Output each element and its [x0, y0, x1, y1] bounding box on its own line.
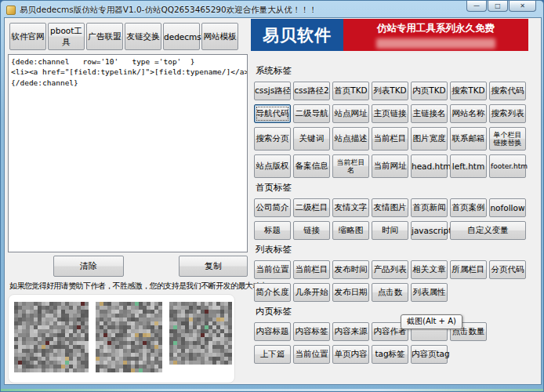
tag-button[interactable]: 当前栏目: [293, 260, 330, 279]
tag-button[interactable]: 内容标题: [254, 322, 291, 341]
qr-image-redacted: [169, 302, 232, 365]
app-icon: [6, 5, 16, 15]
tag-button[interactable]: 当前栏目: [372, 127, 408, 151]
tag-button-row: 内容标题内容标签内容来源内容作者点击数量: [254, 322, 541, 341]
tag-button[interactable]: 列表TKD: [372, 82, 408, 100]
promo-banner: 易贝软件 仿站专用工具系列永久免费: [251, 19, 528, 51]
tag-button[interactable]: 搜索TKD: [450, 82, 487, 100]
tag-button[interactable]: 列表属性: [411, 283, 448, 302]
tag-button[interactable]: 所属栏目: [450, 260, 487, 279]
tag-button[interactable]: 站点描述: [332, 127, 369, 151]
tag-button[interactable]: 友情图片: [372, 198, 408, 217]
tag-button[interactable]: footer.htm: [489, 154, 526, 178]
tag-button[interactable]: 站点网址: [332, 104, 369, 123]
promo-red-area: 仿站专用工具系列永久免费: [343, 19, 528, 51]
tag-button[interactable]: 关键词: [293, 127, 330, 151]
tag-button-row: 导航代码二级导航站点网址主页链接主链接名网站名称搜索列表: [254, 104, 541, 123]
tag-section: 列表标签当前位置当前栏目发布时间产品列表相关文章所属栏目分页代码简介长度几条开始…: [254, 244, 541, 302]
tag-button[interactable]: 产品列表: [372, 260, 408, 279]
window-title: 易贝dedecms版仿站专用器V1.0-仿站QQ2653465290欢迎合作量大…: [20, 5, 317, 16]
tag-button[interactable]: javascript: [411, 221, 448, 240]
tag-button[interactable]: 图片宽度: [411, 127, 448, 151]
section-label: 内页标签: [256, 306, 541, 318]
tag-button[interactable]: 内容标签: [293, 322, 330, 341]
tag-button[interactable]: 当前网址: [372, 154, 408, 178]
tag-button[interactable]: 首页TKD: [332, 82, 369, 100]
tag-button[interactable]: 公司简介: [254, 198, 291, 217]
template-code-input[interactable]: {dede:channel row='10' type ='top' } <li…: [8, 54, 248, 252]
toolbar-button[interactable]: 友链交换: [125, 23, 161, 50]
app-window: 易贝dedecms版仿站专用器V1.0-仿站QQ2653465290欢迎合作量大…: [0, 0, 544, 392]
toolbar-button[interactable]: 网站模板: [201, 23, 238, 50]
tag-button[interactable]: head.htm: [411, 154, 448, 178]
toolbar-button[interactable]: 软件官网: [9, 23, 46, 50]
tag-button-row: 简介长度几条开始发布日期点击数列表属性: [254, 283, 541, 302]
tag-button[interactable]: 搜索列表: [489, 104, 526, 123]
tag-section: 系统标签cssjs路径css路径2首页TKD列表TKD内页TKD搜索TKD搜索代…: [254, 65, 541, 178]
tag-button-row: 上下篇当前位置单页内容tag标签内容页tag: [254, 345, 541, 364]
tag-button[interactable]: 当前位置: [254, 260, 291, 279]
tag-button[interactable]: 缩略图: [332, 221, 369, 240]
toolbar-button[interactable]: dedecmsV6: [163, 23, 200, 50]
close-button[interactable]: ✕: [509, 1, 536, 12]
toolbar-button[interactable]: 广告联盟: [86, 23, 123, 50]
tag-button[interactable]: 分页代码: [489, 260, 526, 279]
tag-button[interactable]: tag标签: [372, 345, 408, 364]
tag-button[interactable]: 二级栏目: [293, 198, 330, 217]
qr-image-redacted: [14, 302, 89, 372]
tag-button[interactable]: 站点版权: [254, 154, 291, 178]
tag-button[interactable]: 时间: [372, 221, 408, 240]
toolbar-button[interactable]: pboot工具: [48, 23, 85, 50]
tag-button[interactable]: 单页内容: [332, 345, 369, 364]
tag-button-row: 搜索分页关键词站点描述当前栏目图片宽度联系邮箱单个栏目链接替换: [254, 127, 541, 151]
tag-button-row: 站点版权备案信息当前栏目名当前网址head.htmleft.htmfooter.…: [254, 154, 541, 178]
tag-button[interactable]: 自定义变量: [450, 221, 526, 240]
tag-button[interactable]: 二级导航: [293, 104, 330, 123]
tag-button[interactable]: 相关文章: [411, 260, 448, 279]
tag-button[interactable]: 几条开始: [293, 283, 330, 302]
tag-button[interactable]: nofollow: [489, 198, 526, 217]
donation-qr-panel: [8, 294, 235, 383]
tag-button[interactable]: 发布时间: [332, 260, 369, 279]
tag-button[interactable]: 首页新闻: [411, 198, 448, 217]
tag-button[interactable]: 单个栏目链接替换: [489, 127, 526, 151]
tag-section: 首页标签公司简介二级栏目友情文字友情图片首页新闻首页案例nofollow标题链接…: [254, 182, 541, 240]
tag-button[interactable]: 联系邮箱: [450, 127, 487, 151]
tag-button[interactable]: 简介长度: [254, 283, 291, 302]
tag-button[interactable]: 内容来源: [332, 322, 369, 341]
section-label: 首页标签: [256, 182, 541, 194]
tag-button[interactable]: 当前栏目名: [332, 154, 369, 178]
donation-note: 如果您觉得好用请赞助下作者，不胜感激，您的支持是我们不断开发的最大动力: [9, 281, 249, 292]
client-area: 软件官网pboot工具广告联盟友链交换dedecmsV6网站模板 易贝软件 仿站…: [4, 17, 542, 385]
redacted-contact-text: [376, 38, 495, 49]
tag-button[interactable]: left.htm: [450, 154, 487, 178]
tag-button[interactable]: 友情文字: [332, 198, 369, 217]
tag-button[interactable]: 搜索代码: [489, 82, 526, 100]
tag-button[interactable]: 点击数: [372, 283, 408, 302]
section-label: 系统标签: [256, 65, 541, 77]
tag-button[interactable]: 发布日期: [332, 283, 369, 302]
tag-button[interactable]: 内页TKD: [411, 82, 448, 100]
minimize-button[interactable]: —: [466, 1, 487, 12]
tag-button[interactable]: 当前位置: [293, 345, 330, 364]
section-label: 列表标签: [256, 244, 541, 256]
tag-button[interactable]: 备案信息: [293, 154, 330, 178]
tag-button[interactable]: 网站名称: [450, 104, 487, 123]
tag-button[interactable]: 搜索分页: [254, 127, 291, 151]
tag-button[interactable]: 上下篇: [254, 345, 291, 364]
tag-button[interactable]: 主链接名: [411, 104, 448, 123]
tag-button[interactable]: 主页链接: [372, 104, 408, 123]
tag-button[interactable]: 内容页tag: [411, 345, 448, 364]
tag-button[interactable]: 链接: [293, 221, 330, 240]
tag-button[interactable]: 导航代码: [254, 104, 291, 123]
tag-button[interactable]: cssjs路径: [254, 82, 291, 100]
tag-sections: 系统标签cssjs路径css路径2首页TKD列表TKD内页TKD搜索TKD搜索代…: [254, 55, 541, 368]
copy-button[interactable]: 复制: [179, 256, 248, 277]
maximize-button[interactable]: □: [488, 1, 508, 12]
tag-button[interactable]: 首页案例: [450, 198, 487, 217]
promo-slogan: 仿站专用工具系列永久免费: [343, 22, 528, 35]
clear-button[interactable]: 清除: [53, 256, 124, 277]
tag-button[interactable]: 标题: [254, 221, 291, 240]
tag-section: 内页标签内容标题内容标签内容来源内容作者点击数量上下篇当前位置单页内容tag标签…: [254, 306, 541, 364]
tag-button[interactable]: css路径2: [293, 82, 330, 100]
